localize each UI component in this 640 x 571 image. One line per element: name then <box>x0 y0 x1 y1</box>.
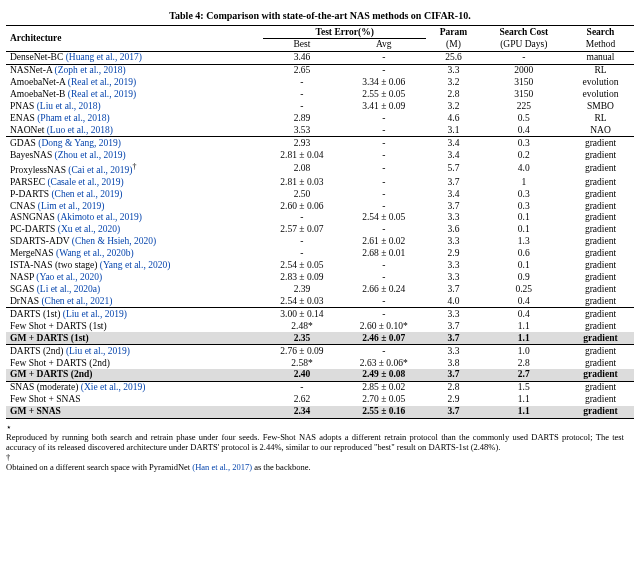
cell-cost: 0.25 <box>481 284 567 296</box>
cell-best: 2.08 <box>263 161 341 176</box>
cell-architecture: PNAS (Liu et al., 2018) <box>6 101 263 113</box>
cell-method: gradient <box>567 188 634 200</box>
cell-param: 3.3 <box>426 345 480 357</box>
cell-param: 4.0 <box>426 295 480 307</box>
cell-avg: 2.55 ± 0.16 <box>341 406 426 418</box>
cell-cost: 2.8 <box>481 357 567 369</box>
cell-avg: 2.55 ± 0.05 <box>341 89 426 101</box>
cell-method: gradient <box>567 260 634 272</box>
table-row: GM + DARTS (1st)2.352.46 ± 0.073.71.1gra… <box>6 332 634 344</box>
cell-best: 2.83 ± 0.09 <box>263 272 341 284</box>
cell-method: manual <box>567 51 634 64</box>
cell-architecture: DrNAS (Chen et al., 2021) <box>6 295 263 307</box>
cell-cost: 1.1 <box>481 406 567 418</box>
table-row: CNAS (Lim et al., 2019)2.60 ± 0.06-3.70.… <box>6 200 634 212</box>
cell-param: 2.9 <box>426 248 480 260</box>
cell-param: 25.6 <box>426 51 480 64</box>
table-row: AmoebaNet-B (Real et al., 2019)-2.55 ± 0… <box>6 89 634 101</box>
cell-avg: 2.63 ± 0.06* <box>341 357 426 369</box>
col-avg: Avg <box>341 38 426 51</box>
col-cost-unit: (GPU Days) <box>481 38 567 51</box>
col-best: Best <box>263 38 341 51</box>
cell-best: 2.60 ± 0.06 <box>263 200 341 212</box>
footnote-star-mark: ⋆ <box>6 422 14 432</box>
cell-avg: 2.66 ± 0.24 <box>341 284 426 296</box>
cell-param: 3.4 <box>426 137 480 149</box>
cell-cost: 0.6 <box>481 248 567 260</box>
footnote-dag-text: Obtained on a different search space wit… <box>6 462 624 472</box>
cell-architecture: SDARTS-ADV (Chen & Hsieh, 2020) <box>6 236 263 248</box>
col-test-error: Test Error(%) <box>263 26 427 39</box>
cell-best: 2.57 ± 0.07 <box>263 224 341 236</box>
cell-avg: 2.61 ± 0.02 <box>341 236 426 248</box>
cell-cost: 1.5 <box>481 381 567 393</box>
cell-avg: 2.68 ± 0.01 <box>341 248 426 260</box>
cell-architecture: DARTS (1st) (Liu et al., 2019) <box>6 308 263 320</box>
table-row: ASNGNAS (Akimoto et al., 2019)-2.54 ± 0.… <box>6 212 634 224</box>
cell-avg: - <box>341 64 426 76</box>
cell-avg: - <box>341 200 426 212</box>
table-row: PARSEC (Casale et al., 2019)2.81 ± 0.03-… <box>6 176 634 188</box>
cell-method: gradient <box>567 236 634 248</box>
cell-param: 2.8 <box>426 89 480 101</box>
cell-cost: 1.3 <box>481 236 567 248</box>
cell-param: 3.7 <box>426 200 480 212</box>
cell-best: - <box>263 101 341 113</box>
cell-architecture: Few Shot + DARTS (2nd) <box>6 357 263 369</box>
cell-cost: 2.7 <box>481 369 567 381</box>
table-row: Few Shot + DARTS (1st)2.48*2.60 ± 0.10*3… <box>6 320 634 332</box>
cell-best: 2.48* <box>263 320 341 332</box>
cell-architecture: Few Shot + DARTS (1st) <box>6 320 263 332</box>
cell-best: 2.50 <box>263 188 341 200</box>
cell-cost: 0.9 <box>481 272 567 284</box>
cell-avg: - <box>341 112 426 124</box>
table-row: P-DARTS (Chen et al., 2019)2.50-3.40.3gr… <box>6 188 634 200</box>
cell-architecture: BayesNAS (Zhou et al., 2019) <box>6 149 263 161</box>
cell-method: RL <box>567 112 634 124</box>
cell-cost: 0.4 <box>481 124 567 136</box>
cell-cost: 0.1 <box>481 212 567 224</box>
table-row: GM + DARTS (2nd)2.402.49 ± 0.083.72.7gra… <box>6 369 634 381</box>
cell-method: gradient <box>567 248 634 260</box>
cell-cost: 3150 <box>481 89 567 101</box>
table-row: GM + SNAS2.342.55 ± 0.163.71.1gradient <box>6 406 634 418</box>
cell-param: 3.2 <box>426 77 480 89</box>
cell-avg: - <box>341 295 426 307</box>
cell-best: 2.62 <box>263 394 341 406</box>
cell-avg: - <box>341 149 426 161</box>
cell-best: 2.93 <box>263 137 341 149</box>
cell-method: gradient <box>567 345 634 357</box>
cell-method: NAO <box>567 124 634 136</box>
cell-avg: 2.49 ± 0.08 <box>341 369 426 381</box>
cell-architecture: SGAS (Li et al., 2020a) <box>6 284 263 296</box>
cell-method: gradient <box>567 394 634 406</box>
cell-cost: 0.1 <box>481 224 567 236</box>
cell-method: evolution <box>567 77 634 89</box>
col-param-unit: (M) <box>426 38 480 51</box>
cell-avg: 3.41 ± 0.09 <box>341 101 426 113</box>
cell-best: - <box>263 212 341 224</box>
cell-cost: - <box>481 51 567 64</box>
cell-cost: 0.3 <box>481 200 567 212</box>
cell-avg: - <box>341 124 426 136</box>
table-row: NASNet-A (Zoph et al., 2018)2.65-3.32000… <box>6 64 634 76</box>
cell-method: gradient <box>567 320 634 332</box>
cell-avg: - <box>341 176 426 188</box>
cell-best: 2.39 <box>263 284 341 296</box>
cell-cost: 1.1 <box>481 332 567 344</box>
cell-architecture: PC-DARTS (Xu et al., 2020) <box>6 224 263 236</box>
cell-architecture: DARTS (2nd) (Liu et al., 2019) <box>6 345 263 357</box>
cell-method: gradient <box>567 212 634 224</box>
table-row: GDAS (Dong & Yang, 2019)2.93-3.40.3gradi… <box>6 137 634 149</box>
cell-avg: - <box>341 161 426 176</box>
cell-method: gradient <box>567 137 634 149</box>
cell-method: gradient <box>567 406 634 418</box>
cell-param: 3.7 <box>426 369 480 381</box>
cell-best: 2.40 <box>263 369 341 381</box>
cell-architecture: NASP (Yao et al., 2020) <box>6 272 263 284</box>
cell-architecture: ISTA-NAS (two stage) (Yang et al., 2020) <box>6 260 263 272</box>
cell-best: 2.54 ± 0.05 <box>263 260 341 272</box>
table-row: SDARTS-ADV (Chen & Hsieh, 2020)-2.61 ± 0… <box>6 236 634 248</box>
cell-param: 5.7 <box>426 161 480 176</box>
table-row: DrNAS (Chen et al., 2021)2.54 ± 0.03-4.0… <box>6 295 634 307</box>
